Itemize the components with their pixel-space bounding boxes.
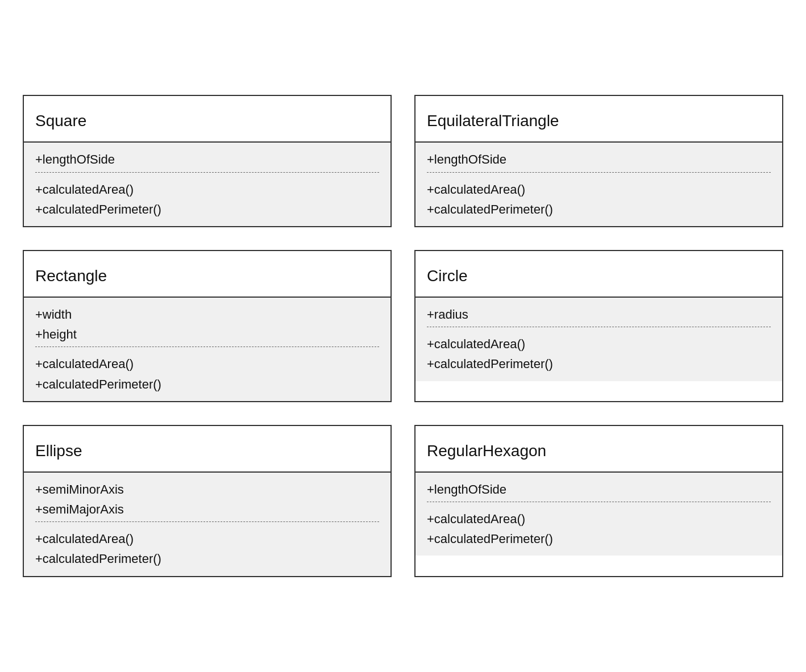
diagram-grid: Square+lengthOfSide+calculatedArea()+cal… — [0, 72, 806, 599]
class-methods-equilateral-triangle: +calculatedArea()+calculatedPerimeter() — [427, 172, 771, 219]
class-methods-ellipse: +calculatedArea()+calculatedPerimeter() — [35, 521, 379, 569]
class-name-regular-hexagon: RegularHexagon — [416, 426, 782, 471]
uml-class-ellipse: Ellipse+semiMinorAxis+semiMajorAxis+calc… — [23, 425, 392, 577]
method-item: +calculatedPerimeter() — [35, 199, 379, 219]
class-attributes-regular-hexagon: +lengthOfSide — [427, 479, 771, 502]
class-methods-rectangle: +calculatedArea()+calculatedPerimeter() — [35, 347, 379, 394]
attribute-item: +height — [35, 324, 379, 344]
method-item: +calculatedArea() — [427, 334, 771, 354]
class-section-ellipse: +semiMinorAxis+semiMajorAxis+calculatedA… — [24, 471, 390, 576]
uml-class-regular-hexagon: RegularHexagon+lengthOfSide+calculatedAr… — [414, 425, 783, 577]
class-section-equilateral-triangle: +lengthOfSide+calculatedArea()+calculate… — [416, 141, 782, 226]
attribute-item: +semiMajorAxis — [35, 499, 379, 519]
uml-class-circle: Circle+radius+calculatedArea()+calculate… — [414, 250, 783, 402]
class-methods-square: +calculatedArea()+calculatedPerimeter() — [35, 172, 379, 219]
uml-class-rectangle: Rectangle+width+height+calculatedArea()+… — [23, 250, 392, 402]
method-item: +calculatedPerimeter() — [35, 374, 379, 394]
class-attributes-circle: +radius — [427, 304, 771, 327]
method-item: +calculatedArea() — [35, 529, 379, 549]
class-attributes-square: +lengthOfSide — [35, 149, 379, 172]
method-item: +calculatedArea() — [427, 509, 771, 529]
class-section-regular-hexagon: +lengthOfSide+calculatedArea()+calculate… — [416, 471, 782, 556]
class-attributes-rectangle: +width+height — [35, 304, 379, 347]
method-item: +calculatedPerimeter() — [35, 549, 379, 569]
class-name-square: Square — [24, 96, 390, 141]
class-section-rectangle: +width+height+calculatedArea()+calculate… — [24, 297, 390, 401]
method-item: +calculatedArea() — [35, 180, 379, 199]
uml-class-square: Square+lengthOfSide+calculatedArea()+cal… — [23, 95, 392, 227]
method-item: +calculatedPerimeter() — [427, 354, 771, 374]
class-name-rectangle: Rectangle — [24, 251, 390, 297]
class-section-square: +lengthOfSide+calculatedArea()+calculate… — [24, 141, 390, 226]
class-name-equilateral-triangle: EquilateralTriangle — [416, 96, 782, 141]
class-attributes-ellipse: +semiMinorAxis+semiMajorAxis — [35, 479, 379, 521]
attribute-item: +semiMinorAxis — [35, 479, 379, 499]
uml-class-equilateral-triangle: EquilateralTriangle+lengthOfSide+calcula… — [414, 95, 783, 227]
class-attributes-equilateral-triangle: +lengthOfSide — [427, 149, 771, 172]
method-item: +calculatedArea() — [427, 180, 771, 199]
attribute-item: +radius — [427, 304, 771, 324]
attribute-item: +lengthOfSide — [427, 479, 771, 499]
class-methods-regular-hexagon: +calculatedArea()+calculatedPerimeter() — [427, 502, 771, 549]
class-section-circle: +radius+calculatedArea()+calculatedPerim… — [416, 297, 782, 381]
class-name-ellipse: Ellipse — [24, 426, 390, 471]
method-item: +calculatedPerimeter() — [427, 199, 771, 219]
class-methods-circle: +calculatedArea()+calculatedPerimeter() — [427, 327, 771, 374]
attribute-item: +width — [35, 304, 379, 324]
attribute-item: +lengthOfSide — [35, 149, 379, 169]
attribute-item: +lengthOfSide — [427, 149, 771, 169]
method-item: +calculatedArea() — [35, 354, 379, 374]
method-item: +calculatedPerimeter() — [427, 529, 771, 549]
class-name-circle: Circle — [416, 251, 782, 297]
